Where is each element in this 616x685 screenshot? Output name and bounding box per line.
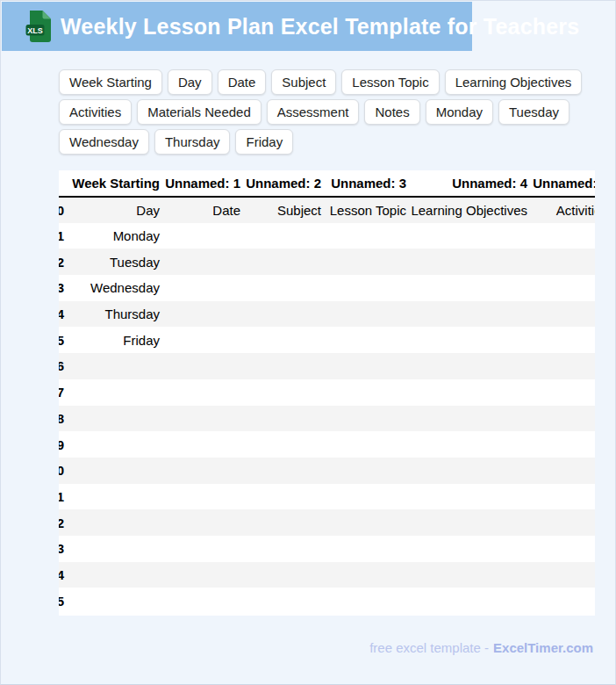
table-cell — [68, 484, 164, 510]
column-chip[interactable]: Subject — [271, 69, 336, 95]
column-chip[interactable]: Monday — [426, 99, 493, 125]
table-cell — [411, 458, 532, 484]
column-chip[interactable]: Date — [218, 69, 267, 95]
table-row: 7 — [59, 379, 595, 406]
column-chip[interactable]: Week Starting — [59, 69, 162, 95]
table-cell — [164, 588, 245, 614]
table-cell — [164, 301, 245, 328]
table-cell — [411, 509, 532, 536]
row-index-cell: 12 — [59, 509, 68, 536]
table-cell — [532, 223, 595, 249]
lesson-plan-table: Week StartingUnnamed: 1Unnamed: 2Unnamed… — [59, 170, 595, 614]
table-cell — [411, 379, 532, 406]
column-header-cell: Unnamed: 1 — [164, 170, 245, 197]
column-header-cell: Unnamed: 5 — [532, 170, 595, 197]
table-row: 4Thursday — [59, 301, 595, 328]
table-cell — [532, 562, 595, 588]
table-cell — [411, 562, 532, 588]
column-header-cell: Unnamed: 3 — [326, 170, 411, 197]
table-cell — [164, 275, 245, 301]
row-index-cell: 1 — [59, 223, 68, 249]
column-chip[interactable]: Tuesday — [498, 99, 569, 125]
table-cell — [68, 431, 164, 458]
table-cell — [532, 379, 595, 406]
row-index-cell: 4 — [59, 301, 68, 328]
column-chip[interactable]: Activities — [59, 99, 132, 125]
table-cell — [326, 484, 411, 510]
page-title: Weekly Lesson Plan Excel Template for Te… — [61, 14, 579, 40]
row-index-cell: 13 — [59, 536, 68, 562]
table-cell — [164, 223, 245, 249]
column-chip-list: Week StartingDayDateSubjectLesson TopicL… — [59, 69, 585, 155]
table-cell — [411, 249, 532, 275]
table-cell — [245, 327, 326, 353]
row-index-cell: 2 — [59, 249, 68, 275]
column-header-cell: Unnamed: 4 — [411, 170, 532, 197]
table-cell — [164, 562, 245, 588]
table-cell — [164, 249, 245, 275]
column-chip[interactable]: Wednesday — [59, 129, 149, 155]
table-cell — [411, 536, 532, 562]
column-chip[interactable]: Assessment — [267, 99, 360, 125]
table-cell — [326, 301, 411, 328]
table-row: 9 — [59, 431, 595, 458]
table-cell — [411, 223, 532, 249]
column-chip[interactable]: Notes — [364, 99, 419, 125]
row-index-cell: 7 — [59, 379, 68, 406]
xls-file-icon: XLS — [25, 10, 52, 43]
column-header-cell: Week Starting — [68, 170, 164, 197]
table-cell — [245, 484, 326, 510]
table-cell — [164, 406, 245, 432]
table-cell: Monday — [68, 223, 164, 249]
table-cell: Thursday — [68, 301, 164, 328]
table-cell — [326, 509, 411, 536]
table-cell — [245, 562, 326, 588]
table-cell — [245, 536, 326, 562]
table-cell — [532, 431, 595, 458]
row-index-cell: 8 — [59, 406, 68, 432]
table-cell — [411, 327, 532, 353]
xls-badge-label: XLS — [27, 26, 43, 35]
table-cell — [326, 406, 411, 432]
column-chip[interactable]: Thursday — [154, 129, 231, 155]
table-cell — [164, 379, 245, 406]
column-chip[interactable]: Day — [168, 69, 212, 95]
table-cell — [326, 536, 411, 562]
table-cell: Date — [164, 197, 245, 223]
table-cell: Day — [68, 197, 164, 223]
column-chip[interactable]: Friday — [235, 129, 293, 155]
row-index-cell: 11 — [59, 484, 68, 510]
table-cell — [245, 249, 326, 275]
table-cell — [411, 301, 532, 328]
table-cell — [68, 458, 164, 484]
table-row: 2Tuesday — [59, 249, 595, 275]
table-cell — [326, 458, 411, 484]
column-chip[interactable]: Lesson Topic — [341, 69, 439, 95]
column-chip[interactable]: Materials Needed — [137, 99, 261, 125]
table-cell — [532, 275, 595, 301]
table-cell — [532, 509, 595, 536]
table-cell — [245, 509, 326, 536]
table-cell — [411, 431, 532, 458]
table-cell — [532, 536, 595, 562]
table-cell — [411, 406, 532, 432]
table-cell — [68, 353, 164, 379]
table-cell — [326, 353, 411, 379]
table-cell — [164, 536, 245, 562]
footer-brand-link[interactable]: ExcelTimer.com — [493, 640, 593, 655]
table-cell — [164, 458, 245, 484]
table-cell — [245, 223, 326, 249]
table-cell — [245, 588, 326, 614]
table-cell: Subject — [245, 197, 326, 223]
table-cell — [164, 431, 245, 458]
table-cell — [532, 249, 595, 275]
table-header-row: Week StartingUnnamed: 1Unnamed: 2Unnamed… — [59, 170, 595, 197]
table-row: 10 — [59, 458, 595, 484]
table-row: 6 — [59, 353, 595, 379]
table-cell — [245, 353, 326, 379]
table-cell — [245, 406, 326, 432]
table-cell — [532, 406, 595, 432]
table-cell — [532, 458, 595, 484]
column-chip[interactable]: Learning Objectives — [445, 69, 583, 95]
table-cell — [411, 275, 532, 301]
